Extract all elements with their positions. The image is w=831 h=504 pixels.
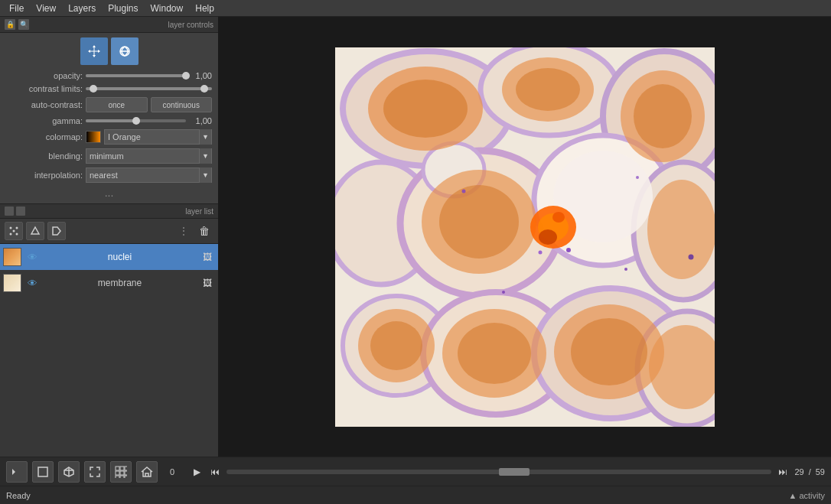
- blending-control: blending: minimum ▼: [6, 148, 212, 164]
- svg-point-1: [10, 227, 12, 229]
- grid-button[interactable]: [110, 461, 132, 483]
- menu-file[interactable]: File: [3, 2, 30, 15]
- membrane-thumbnail: [3, 274, 21, 292]
- gamma-label: gamma:: [6, 116, 83, 125]
- expand-button[interactable]: [84, 461, 106, 483]
- svg-point-27: [439, 185, 519, 259]
- lock-icon[interactable]: 🔒: [5, 19, 15, 30]
- layer-list: 👁 nuclei 🖼 👁 membrane 🖼: [0, 244, 218, 457]
- auto-continuous-button[interactable]: continuous: [151, 97, 213, 112]
- layer-list-more[interactable]: ⋮: [175, 225, 192, 237]
- interpolation-label: interpolation:: [6, 171, 83, 180]
- colormap-value: I Orange: [105, 129, 199, 145]
- nuclei-thumbnail: [3, 248, 21, 266]
- nuclei-visibility-button[interactable]: 👁: [24, 249, 40, 265]
- membrane-layer-name: membrane: [43, 278, 197, 288]
- svg-rect-59: [125, 476, 127, 478]
- svg-rect-51: [116, 467, 119, 470]
- nuclei-save-button[interactable]: 🖼: [200, 249, 215, 265]
- colormap-dropdown[interactable]: I Orange ▼: [104, 129, 212, 145]
- menu-view[interactable]: View: [30, 2, 62, 15]
- svg-point-40: [552, 212, 565, 223]
- svg-point-21: [383, 80, 468, 138]
- membrane-save-button[interactable]: 🖼: [200, 275, 215, 291]
- interpolation-dropdown[interactable]: nearest ▼: [86, 167, 212, 183]
- menu-window[interactable]: Window: [145, 2, 190, 15]
- blending-dropdown[interactable]: minimum ▼: [86, 148, 212, 164]
- console-button[interactable]: [6, 461, 28, 483]
- frame-current: 29: [794, 467, 803, 476]
- svg-point-47: [502, 291, 505, 294]
- layer-controls-panel: opacity: 1,00 contrast limits: auto-cont…: [0, 33, 218, 204]
- timeline-track[interactable]: [226, 470, 771, 474]
- bottom-toolbar: 0 ▶ ⏮ ⏭ 29 / 59: [0, 457, 831, 486]
- layer-controls-header: 🔒 🔍 layer controls: [0, 17, 218, 33]
- contrast-slider[interactable]: [86, 87, 212, 90]
- delete-layer-button[interactable]: 🗑: [195, 222, 213, 240]
- square-button[interactable]: [32, 461, 54, 483]
- svg-point-33: [458, 323, 531, 384]
- svg-rect-53: [125, 467, 127, 470]
- colormap-control: colormap: I Orange ▼: [6, 129, 212, 145]
- svg-point-25: [634, 84, 692, 148]
- svg-point-44: [538, 250, 542, 254]
- frame-total: 59: [816, 467, 825, 476]
- opacity-value: 1,00: [189, 71, 212, 80]
- left-panel: 🔒 🔍 layer controls: [0, 17, 218, 457]
- 3d-button[interactable]: [58, 461, 80, 483]
- move-button[interactable]: [80, 37, 108, 65]
- svg-rect-52: [120, 467, 124, 470]
- auto-once-button[interactable]: once: [86, 97, 148, 112]
- add-labels-button[interactable]: [47, 222, 66, 240]
- svg-rect-56: [125, 471, 127, 475]
- opacity-label: opacity:: [6, 71, 83, 80]
- status-ready: Ready: [6, 491, 31, 500]
- search-icon[interactable]: 🔍: [18, 19, 29, 30]
- opacity-control: opacity: 1,00: [6, 71, 212, 80]
- more-options-dots[interactable]: ...: [6, 187, 212, 199]
- opacity-slider[interactable]: [86, 74, 186, 77]
- canvas-area[interactable]: [218, 17, 831, 457]
- frame-separator: /: [809, 467, 811, 476]
- colormap-dropdown-arrow: ▼: [199, 129, 211, 145]
- layer-list-title: layer list: [185, 207, 213, 216]
- svg-point-5: [13, 230, 15, 232]
- gamma-slider[interactable]: [86, 119, 186, 122]
- play-button[interactable]: ▶: [190, 465, 204, 479]
- activity-label: ▲ activity: [788, 491, 825, 500]
- gamma-value: 1,00: [189, 116, 212, 125]
- membrane-visibility-button[interactable]: 👁: [24, 275, 40, 291]
- colormap-label: colormap:: [6, 132, 83, 141]
- svg-point-48: [636, 176, 639, 179]
- blending-label: blending:: [6, 151, 83, 161]
- transform-button[interactable]: [111, 37, 138, 65]
- ll-search-icon[interactable]: [16, 206, 25, 216]
- svg-point-4: [16, 233, 18, 236]
- step-forward-button[interactable]: ⏭: [776, 465, 790, 479]
- home-button[interactable]: [136, 461, 158, 483]
- menu-layers[interactable]: Layers: [62, 2, 102, 15]
- activity-button[interactable]: ▲ activity: [788, 491, 825, 500]
- frame-start: 0: [170, 467, 185, 476]
- statusbar: Ready ▲ activity: [0, 486, 831, 504]
- layer-item-nuclei[interactable]: 👁 nuclei 🖼: [0, 244, 218, 270]
- add-points-button[interactable]: [5, 222, 23, 240]
- transform-buttons: [6, 37, 212, 65]
- layer-item-membrane[interactable]: 👁 membrane 🖼: [0, 270, 218, 296]
- svg-rect-55: [120, 471, 124, 475]
- interpolation-dropdown-arrow: ▼: [199, 167, 211, 183]
- svg-point-29: [647, 180, 715, 279]
- layer-controls-title: layer controls: [168, 21, 213, 29]
- ll-lock-icon[interactable]: [5, 206, 14, 216]
- contrast-label: contrast limits:: [6, 84, 83, 93]
- menu-plugins[interactable]: Plugins: [102, 2, 144, 15]
- svg-marker-6: [31, 227, 39, 234]
- cell-visualization: [335, 47, 715, 427]
- step-back-button[interactable]: ⏮: [208, 465, 222, 479]
- add-shapes-button[interactable]: [26, 222, 44, 240]
- svg-point-39: [539, 229, 557, 245]
- menu-help[interactable]: Help: [189, 2, 220, 15]
- layer-list-header: layer list: [0, 204, 218, 219]
- interpolation-value: nearest: [86, 167, 199, 183]
- svg-rect-57: [116, 476, 119, 478]
